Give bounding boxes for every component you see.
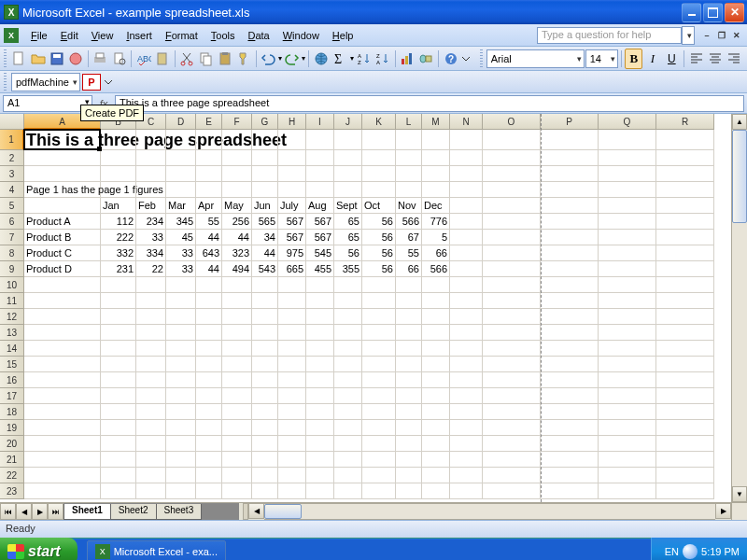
cell-I18[interactable]: [306, 404, 334, 420]
cell-N23[interactable]: [450, 483, 483, 499]
research-icon[interactable]: [154, 49, 172, 69]
cell-B19[interactable]: [101, 420, 136, 436]
cell-D11[interactable]: [166, 293, 196, 309]
cell-K2[interactable]: [362, 150, 396, 166]
cell-P1[interactable]: [541, 130, 599, 150]
cell-F18[interactable]: [222, 404, 252, 420]
cell-C12[interactable]: [136, 309, 166, 325]
cell-R8[interactable]: [656, 245, 714, 261]
redo-icon[interactable]: [283, 49, 301, 69]
cell-I14[interactable]: [306, 341, 334, 357]
cell-M5[interactable]: Dec: [422, 198, 450, 214]
cell-Q8[interactable]: [599, 245, 656, 261]
cell-I12[interactable]: [306, 309, 334, 325]
cell-Q15[interactable]: [599, 357, 656, 372]
cell-B7[interactable]: 222: [101, 230, 136, 245]
cell-H20[interactable]: [278, 436, 306, 452]
cell-K6[interactable]: 56: [362, 214, 396, 230]
cell-C8[interactable]: 334: [136, 245, 166, 261]
cell-G14[interactable]: [252, 341, 278, 357]
cell-O9[interactable]: [483, 261, 541, 277]
cell-M18[interactable]: [422, 404, 450, 420]
column-header-I[interactable]: I: [306, 114, 334, 130]
cell-B9[interactable]: 231: [101, 261, 136, 277]
cell-O16[interactable]: [483, 372, 541, 388]
cell-M3[interactable]: [422, 166, 450, 182]
row-header-7[interactable]: 7: [0, 230, 24, 245]
cell-M1[interactable]: [422, 130, 450, 150]
cell-I16[interactable]: [306, 372, 334, 388]
row-header-14[interactable]: 14: [0, 341, 24, 357]
tray-icon[interactable]: [683, 544, 698, 559]
cell-F22[interactable]: [222, 468, 252, 483]
cell-L23[interactable]: [396, 483, 422, 499]
cell-N17[interactable]: [450, 388, 483, 404]
cell-B16[interactable]: [101, 372, 136, 388]
cell-D20[interactable]: [166, 436, 196, 452]
cell-B18[interactable]: [101, 404, 136, 420]
cell-I23[interactable]: [306, 483, 334, 499]
start-button[interactable]: start: [0, 538, 78, 560]
cell-D1[interactable]: [166, 130, 196, 150]
cell-D3[interactable]: [166, 166, 196, 182]
cell-J20[interactable]: [334, 436, 362, 452]
cell-H6[interactable]: 567: [278, 214, 306, 230]
cell-K23[interactable]: [362, 483, 396, 499]
cell-G8[interactable]: 44: [252, 245, 278, 261]
cell-M14[interactable]: [422, 341, 450, 357]
row-header-15[interactable]: 15: [0, 357, 24, 372]
formula-input[interactable]: This is a three page spreadsheet: [115, 95, 744, 112]
cell-K13[interactable]: [362, 325, 396, 341]
cell-M23[interactable]: [422, 483, 450, 499]
cell-D7[interactable]: 45: [166, 230, 196, 245]
cell-I11[interactable]: [306, 293, 334, 309]
cell-R4[interactable]: [656, 182, 714, 198]
cell-E15[interactable]: [196, 357, 222, 372]
cell-O6[interactable]: [483, 214, 541, 230]
cell-N8[interactable]: [450, 245, 483, 261]
toolbar-handle[interactable]: [4, 49, 7, 68]
column-header-N[interactable]: N: [450, 114, 483, 130]
cell-A2[interactable]: [24, 150, 101, 166]
cell-N3[interactable]: [450, 166, 483, 182]
cell-L9[interactable]: 66: [396, 261, 422, 277]
vertical-scrollbar[interactable]: ▲ ▼: [731, 114, 747, 502]
cell-K3[interactable]: [362, 166, 396, 182]
cell-F19[interactable]: [222, 420, 252, 436]
row-header-2[interactable]: 2: [0, 150, 24, 166]
cell-D6[interactable]: 345: [166, 214, 196, 230]
cell-J11[interactable]: [334, 293, 362, 309]
cell-R11[interactable]: [656, 293, 714, 309]
cell-N4[interactable]: [450, 182, 483, 198]
tab-nav-prev[interactable]: ◀: [16, 503, 32, 520]
cell-A15[interactable]: [24, 357, 101, 372]
drawing-icon[interactable]: [417, 49, 435, 69]
cell-D22[interactable]: [166, 468, 196, 483]
cell-P21[interactable]: [541, 452, 599, 468]
cell-E23[interactable]: [196, 483, 222, 499]
cell-D9[interactable]: 33: [166, 261, 196, 277]
scroll-thumb[interactable]: [732, 130, 747, 223]
menu-data[interactable]: Data: [241, 28, 275, 43]
cell-G11[interactable]: [252, 293, 278, 309]
cell-K14[interactable]: [362, 341, 396, 357]
select-all-corner[interactable]: [0, 114, 24, 130]
cell-M2[interactable]: [422, 150, 450, 166]
cell-Q21[interactable]: [599, 452, 656, 468]
cell-H8[interactable]: 975: [278, 245, 306, 261]
sort-asc-icon[interactable]: AZ: [355, 49, 373, 69]
cell-G17[interactable]: [252, 388, 278, 404]
cell-H15[interactable]: [278, 357, 306, 372]
cell-F1[interactable]: [222, 130, 252, 150]
tab-nav-first[interactable]: ⏮: [0, 503, 16, 520]
cell-A4[interactable]: Page 1 has the page 1 figures: [24, 182, 101, 198]
cell-O22[interactable]: [483, 468, 541, 483]
column-header-P[interactable]: P: [541, 114, 599, 130]
cell-E14[interactable]: [196, 341, 222, 357]
copy-icon[interactable]: [197, 49, 215, 69]
cut-icon[interactable]: [178, 49, 196, 69]
cell-B23[interactable]: [101, 483, 136, 499]
cell-Q12[interactable]: [599, 309, 656, 325]
cell-H23[interactable]: [278, 483, 306, 499]
cell-J8[interactable]: 56: [334, 245, 362, 261]
